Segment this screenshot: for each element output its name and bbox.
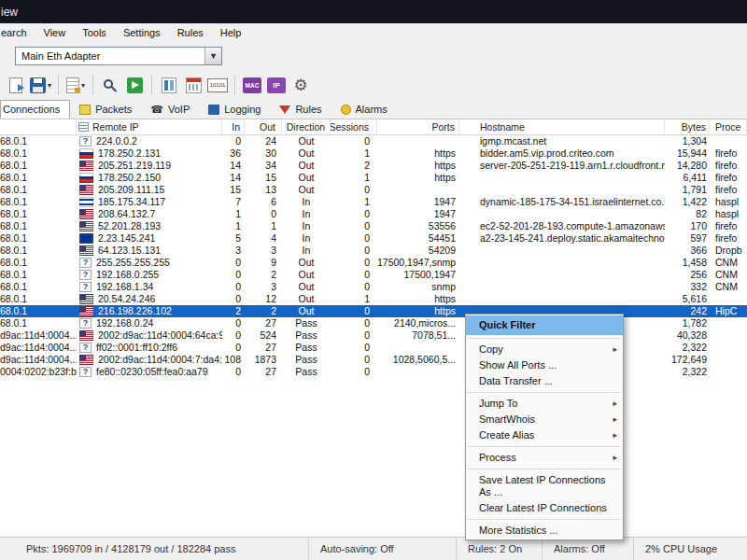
menu-item-settings[interactable]: Settings [115,24,169,41]
scheduler-button[interactable] [181,73,205,97]
table-row[interactable]: 68.0.1?192.168.0.24027Pass02140,micros..… [0,317,747,329]
cell-ports [377,342,459,354]
tab-packets[interactable]: Packets [70,100,141,119]
cell-local-ip: 68.0.1 [0,257,77,269]
cell-out: 3 [245,245,282,257]
column-header-bytes[interactable]: Bytes [665,119,710,135]
cell-sess: 1 [331,293,377,305]
column-header-out[interactable]: Out [245,119,282,135]
context-menu-item-quick-filter[interactable]: Quick Filter [466,315,623,335]
chevron-down-icon[interactable]: ▼ [204,48,221,64]
question-icon: ? [79,343,92,353]
tab-logging[interactable]: Logging [199,100,270,119]
table-row[interactable]: d9ac:11d4:0004...2002:d9ac:11d4:0004:7:d… [0,354,747,366]
cell-proc: firefo [710,184,747,196]
table-row[interactable]: 68.0.152.201.28.19311In053556ec2-52-201-… [0,220,747,232]
cell-bytes: 40,328 [665,329,710,342]
cell-proc: haspl [710,208,747,220]
table-row[interactable]: d9ac:11d4:0004...?ff02::0001:ff10:2ff602… [0,342,747,354]
menu-item-help[interactable]: Help [212,24,250,41]
table-row[interactable]: 68.0.1208.64.132.710In0194782haspl [0,208,747,220]
tab-voip[interactable]: ☎VoIP [141,100,199,119]
filter-icon[interactable] [78,122,89,132]
cell-dir: In [282,220,331,232]
table-row[interactable]: 0004:0202:b23f:b...?fe80::0230:05ff:fea0… [0,366,747,378]
tab-rules[interactable]: Rules [270,100,331,119]
ip-aliases-button[interactable]: IP [264,73,289,97]
menu-separator [468,392,621,393]
context-menu-item-clear-latest-ip-connections[interactable]: Clear Latest IP Connections [466,500,623,516]
table-row[interactable]: 68.0.1?224.0.0.2024Out0igmp.mcast.net1,3… [0,135,747,147]
context-menu-item-more-statistics[interactable]: More Statistics ... [466,523,623,539]
submenu-arrow-icon: ▸ [613,429,617,441]
table-row[interactable]: 68.0.12.23.145.24154In054451a2-23-145-24… [0,232,747,245]
mac-aliases-button[interactable]: MAC [240,73,264,97]
cell-ports: https [377,172,459,184]
go-button[interactable] [122,73,147,97]
table-row[interactable]: 68.0.1?192.168.1.3403Out0snmp332CNM [0,281,747,293]
tab-alarms[interactable]: Alarms [331,100,397,119]
tab-label: Rules [295,104,321,115]
logging-icon [208,105,219,115]
table-row[interactable]: d9ac:11d4:0004...2002:d9ac:11d4:0004:64c… [0,329,747,342]
dropdown-arrow-icon[interactable]: ▾ [48,81,51,90]
table-row[interactable]: 68.0.1?255.255.255.25509Out017500,1947,s… [0,257,747,269]
submenu-arrow-icon: ▸ [613,398,617,410]
adapter-select[interactable]: Main Eth Adapter ▼ [15,47,222,65]
column-header-sess[interactable]: Sessions [331,119,377,135]
cell-sess: 0 [331,220,377,232]
tab-connections[interactable]: Connections [0,100,70,119]
cell-local-ip: 68.0.1 [0,220,77,232]
submenu-arrow-icon: ▸ [613,343,617,356]
menu-item-view[interactable]: View [35,24,75,41]
options-button[interactable]: ⚙ [289,73,313,97]
cell-sess: 2 [331,160,377,172]
table-row[interactable]: 68.0.1?192.168.0.25502Out017500,1947256C… [0,269,747,281]
menu-item-rules[interactable]: Rules [169,24,212,41]
find-button[interactable] [98,73,122,97]
rules-icon [279,105,290,114]
cell-bytes: 332 [665,281,710,293]
dropdown-arrow-icon[interactable]: ▾ [81,81,85,90]
columns-button[interactable] [157,73,181,97]
context-menu-item-process[interactable]: Process▸ [466,450,623,466]
context-menu-item-data-transfer[interactable]: Data Transfer ... [466,373,623,389]
table-row[interactable]: 68.0.120.54.24.246012Out1https5,616 [0,293,747,305]
column-header-ports[interactable]: Ports [377,119,459,135]
cell-ports [377,366,459,378]
table-row[interactable]: 68.0.1205.251.219.1191434Out2httpsserver… [0,160,747,172]
cell-dir: In [282,245,331,257]
context-menu-item-save-latest-ip-connections-as[interactable]: Save Latest IP Connections As ... [466,472,623,500]
column-header-remote[interactable]: Remote IP [77,119,222,135]
menu-item-earch[interactable]: earch [0,24,35,41]
question-icon: ? [79,367,92,377]
column-header-proc[interactable]: Proce [710,119,747,135]
table-row[interactable]: 68.0.1205.209.111.151513Out01,791firefo [0,184,747,196]
table-row[interactable]: 68.0.1178.250.2.1501415Out1https6,411fir… [0,172,747,184]
menu-item-tools[interactable]: Tools [74,24,115,41]
tab-label: VoIP [168,104,190,115]
column-header-in[interactable]: In [222,119,245,135]
packet-generator-button[interactable]: 10101 [205,73,230,97]
context-menu-item-jump-to[interactable]: Jump To▸ [466,396,623,412]
table-row[interactable]: 68.0.1178.250.2.1313630Out1httpsbidder.a… [0,147,747,160]
column-header-dir[interactable]: Direction [282,119,331,135]
save-button[interactable]: ▾ [28,73,53,97]
cell-local-ip: 68.0.1 [0,196,77,208]
mac-aliases-icon: MAC [243,77,261,93]
context-menu-item-copy[interactable]: Copy▸ [466,342,623,357]
flag-icon [79,294,93,304]
start-capture-button[interactable] [4,73,28,97]
column-header-local[interactable] [0,119,77,135]
table-row[interactable]: 68.0.1185.175.34.11776In11947dynamic-185… [0,196,747,208]
table-row[interactable]: 68.0.164.123.15.13133In054209366Dropb [0,245,747,257]
context-menu-item-create-alias[interactable]: Create Alias▸ [466,427,623,443]
column-header-host[interactable]: Hostname [459,119,665,135]
context-menu-item-show-all-ports[interactable]: Show All Ports ... [466,357,623,373]
cell-sess: 0 [331,342,377,354]
context-menu-item-smartwhois[interactable]: SmartWhois▸ [466,412,623,427]
table-body[interactable]: 68.0.1?224.0.0.2024Out0igmp.mcast.net1,3… [0,135,747,537]
log-viewer-button[interactable]: ▾ [63,73,88,97]
table-row[interactable]: 68.0.1216.198.226.10222Out0https242HipC [0,305,747,317]
cell-remote-ip: 2002:d9ac:11d4:0004:7:da4:1... [77,354,222,366]
